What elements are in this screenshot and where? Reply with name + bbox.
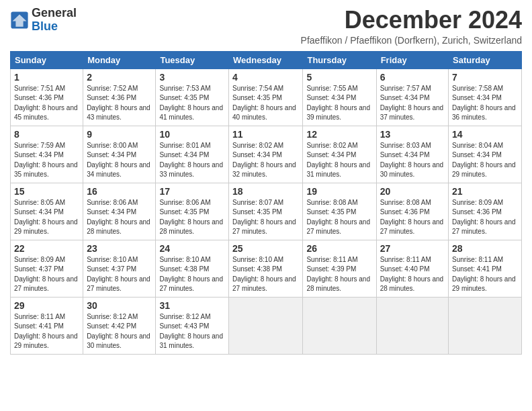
day-info: Sunrise: 8:12 AMSunset: 4:43 PMDaylight:… — [159, 312, 225, 351]
day-info: Sunrise: 7:58 AMSunset: 4:34 PMDaylight:… — [452, 84, 518, 123]
day-number: 9 — [87, 129, 152, 140]
week-row-2: 8Sunrise: 7:59 AMSunset: 4:34 PMDaylight… — [11, 126, 522, 183]
day-number: 15 — [14, 186, 79, 197]
day-info: Sunrise: 7:53 AMSunset: 4:35 PMDaylight:… — [159, 84, 225, 123]
calendar-cell: 9Sunrise: 8:00 AMSunset: 4:34 PMDaylight… — [83, 126, 156, 183]
header-wednesday: Wednesday — [229, 51, 303, 68]
calendar-cell: 29Sunrise: 8:11 AMSunset: 4:41 PMDayligh… — [11, 297, 83, 354]
week-row-3: 15Sunrise: 8:05 AMSunset: 4:34 PMDayligh… — [11, 183, 522, 240]
calendar-cell: 5Sunrise: 7:55 AMSunset: 4:34 PMDaylight… — [303, 68, 376, 126]
month-title: December 2024 — [301, 7, 522, 34]
calendar-cell: 10Sunrise: 8:01 AMSunset: 4:34 PMDayligh… — [156, 126, 229, 183]
day-info: Sunrise: 7:55 AMSunset: 4:34 PMDaylight:… — [306, 84, 372, 123]
day-number: 11 — [232, 129, 299, 140]
day-number: 8 — [14, 129, 79, 140]
day-info: Sunrise: 8:05 AMSunset: 4:34 PMDaylight:… — [14, 198, 79, 237]
header-saturday: Saturday — [449, 51, 522, 68]
day-info: Sunrise: 7:52 AMSunset: 4:36 PMDaylight:… — [87, 84, 152, 123]
calendar-cell: 24Sunrise: 8:10 AMSunset: 4:38 PMDayligh… — [156, 240, 229, 297]
day-number: 17 — [159, 186, 225, 197]
header-thursday: Thursday — [303, 51, 376, 68]
day-info: Sunrise: 8:09 AMSunset: 4:37 PMDaylight:… — [14, 255, 79, 294]
calendar-table: SundayMondayTuesdayWednesdayThursdayFrid… — [10, 51, 522, 355]
calendar-cell: 20Sunrise: 8:08 AMSunset: 4:36 PMDayligh… — [376, 183, 448, 240]
day-info: Sunrise: 8:11 AMSunset: 4:41 PMDaylight:… — [452, 255, 518, 294]
calendar-cell: 19Sunrise: 8:08 AMSunset: 4:35 PMDayligh… — [303, 183, 376, 240]
location-title: Pfaeffikon / Pfaeffikon (Dorfkern), Zuri… — [301, 35, 522, 46]
day-info: Sunrise: 7:54 AMSunset: 4:35 PMDaylight:… — [232, 84, 299, 123]
calendar-cell: 14Sunrise: 8:04 AMSunset: 4:34 PMDayligh… — [449, 126, 522, 183]
calendar-cell: 8Sunrise: 7:59 AMSunset: 4:34 PMDaylight… — [11, 126, 83, 183]
day-info: Sunrise: 8:08 AMSunset: 4:36 PMDaylight:… — [380, 198, 445, 237]
week-row-4: 22Sunrise: 8:09 AMSunset: 4:37 PMDayligh… — [11, 240, 522, 297]
week-row-5: 29Sunrise: 8:11 AMSunset: 4:41 PMDayligh… — [11, 297, 522, 354]
day-info: Sunrise: 8:07 AMSunset: 4:35 PMDaylight:… — [232, 198, 299, 237]
calendar-cell: 3Sunrise: 7:53 AMSunset: 4:35 PMDaylight… — [156, 68, 229, 126]
title-block: December 2024 Pfaeffikon / Pfaeffikon (D… — [301, 7, 522, 46]
calendar-cell — [449, 297, 522, 354]
day-info: Sunrise: 8:11 AMSunset: 4:40 PMDaylight:… — [380, 255, 445, 294]
day-number: 23 — [87, 243, 152, 254]
day-info: Sunrise: 8:11 AMSunset: 4:41 PMDaylight:… — [14, 312, 79, 351]
day-number: 26 — [306, 243, 372, 254]
day-number: 29 — [14, 300, 79, 311]
day-info: Sunrise: 7:57 AMSunset: 4:34 PMDaylight:… — [380, 84, 445, 123]
day-info: Sunrise: 7:51 AMSunset: 4:36 PMDaylight:… — [14, 84, 79, 123]
header-sunday: Sunday — [11, 51, 83, 68]
logo-text: GeneralBlue — [32, 7, 77, 34]
day-number: 30 — [87, 300, 152, 311]
day-info: Sunrise: 8:08 AMSunset: 4:35 PMDaylight:… — [306, 198, 372, 237]
day-info: Sunrise: 8:00 AMSunset: 4:34 PMDaylight:… — [87, 141, 152, 180]
calendar-cell: 23Sunrise: 8:10 AMSunset: 4:37 PMDayligh… — [83, 240, 156, 297]
day-number: 2 — [87, 72, 152, 83]
day-info: Sunrise: 8:02 AMSunset: 4:34 PMDaylight:… — [232, 141, 299, 180]
day-number: 7 — [452, 72, 518, 83]
day-number: 18 — [232, 186, 299, 197]
day-info: Sunrise: 7:59 AMSunset: 4:34 PMDaylight:… — [14, 141, 79, 180]
day-number: 1 — [14, 72, 79, 83]
day-number: 20 — [380, 186, 445, 197]
day-number: 28 — [452, 243, 518, 254]
day-number: 19 — [306, 186, 372, 197]
day-number: 14 — [452, 129, 518, 140]
header-monday: Monday — [83, 51, 156, 68]
day-number: 24 — [159, 243, 225, 254]
calendar-cell: 31Sunrise: 8:12 AMSunset: 4:43 PMDayligh… — [156, 297, 229, 354]
calendar-cell — [376, 297, 448, 354]
day-number: 22 — [14, 243, 79, 254]
logo-icon — [10, 11, 29, 30]
calendar-cell: 25Sunrise: 8:10 AMSunset: 4:38 PMDayligh… — [229, 240, 303, 297]
calendar-cell: 27Sunrise: 8:11 AMSunset: 4:40 PMDayligh… — [376, 240, 448, 297]
day-number: 12 — [306, 129, 372, 140]
calendar-cell: 11Sunrise: 8:02 AMSunset: 4:34 PMDayligh… — [229, 126, 303, 183]
calendar-cell: 1Sunrise: 7:51 AMSunset: 4:36 PMDaylight… — [11, 68, 83, 126]
logo: GeneralBlue — [10, 7, 77, 34]
calendar-cell: 21Sunrise: 8:09 AMSunset: 4:36 PMDayligh… — [449, 183, 522, 240]
calendar-cell: 4Sunrise: 7:54 AMSunset: 4:35 PMDaylight… — [229, 68, 303, 126]
calendar-cell: 6Sunrise: 7:57 AMSunset: 4:34 PMDaylight… — [376, 68, 448, 126]
header-tuesday: Tuesday — [156, 51, 229, 68]
day-info: Sunrise: 8:10 AMSunset: 4:38 PMDaylight:… — [159, 255, 225, 294]
calendar-cell: 16Sunrise: 8:06 AMSunset: 4:34 PMDayligh… — [83, 183, 156, 240]
week-row-1: 1Sunrise: 7:51 AMSunset: 4:36 PMDaylight… — [11, 68, 522, 126]
day-info: Sunrise: 8:06 AMSunset: 4:34 PMDaylight:… — [87, 198, 152, 237]
calendar-cell — [229, 297, 303, 354]
calendar-cell: 15Sunrise: 8:05 AMSunset: 4:34 PMDayligh… — [11, 183, 83, 240]
day-number: 21 — [452, 186, 518, 197]
calendar-body: 1Sunrise: 7:51 AMSunset: 4:36 PMDaylight… — [11, 68, 522, 354]
day-info: Sunrise: 8:01 AMSunset: 4:34 PMDaylight:… — [159, 141, 225, 180]
day-number: 16 — [87, 186, 152, 197]
calendar-cell: 2Sunrise: 7:52 AMSunset: 4:36 PMDaylight… — [83, 68, 156, 126]
day-number: 25 — [232, 243, 299, 254]
day-number: 31 — [159, 300, 225, 311]
logo-blue: Blue — [32, 19, 58, 33]
calendar-cell: 30Sunrise: 8:12 AMSunset: 4:42 PMDayligh… — [83, 297, 156, 354]
calendar-header-row: SundayMondayTuesdayWednesdayThursdayFrid… — [11, 51, 522, 68]
day-number: 27 — [380, 243, 445, 254]
calendar-cell: 28Sunrise: 8:11 AMSunset: 4:41 PMDayligh… — [449, 240, 522, 297]
day-info: Sunrise: 8:10 AMSunset: 4:38 PMDaylight:… — [232, 255, 299, 294]
calendar-cell: 12Sunrise: 8:02 AMSunset: 4:34 PMDayligh… — [303, 126, 376, 183]
day-number: 4 — [232, 72, 299, 83]
day-number: 6 — [380, 72, 445, 83]
calendar-cell: 7Sunrise: 7:58 AMSunset: 4:34 PMDaylight… — [449, 68, 522, 126]
